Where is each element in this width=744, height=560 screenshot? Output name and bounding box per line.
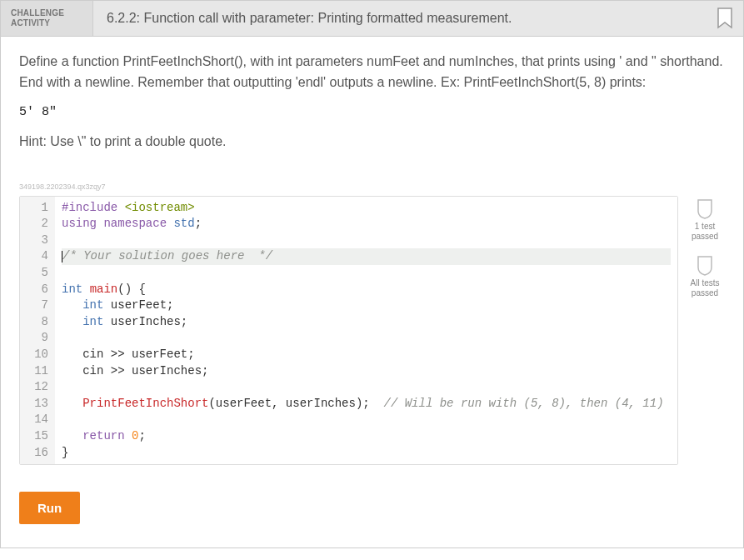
- header-title: 6.2.2: Function call with parameter: Pri…: [93, 1, 708, 36]
- all-tests-label: All tests passed: [690, 278, 719, 299]
- badge-column: 1 test passed All tests passed: [685, 196, 725, 299]
- header-badge: CHALLENGE ACTIVITY: [1, 1, 93, 36]
- header: CHALLENGE ACTIVITY 6.2.2: Function call …: [1, 1, 743, 37]
- content-body: Define a function PrintFeetInchShort(), …: [1, 37, 743, 473]
- code-editor[interactable]: 12345678910111213141516 #include <iostre…: [19, 196, 678, 466]
- bookmark-button[interactable]: [708, 1, 743, 36]
- editor-row: 12345678910111213141516 #include <iostre…: [19, 196, 725, 466]
- line-number-gutter: 12345678910111213141516: [20, 197, 55, 465]
- one-test-label: 1 test passed: [692, 222, 718, 242]
- challenge-activity-container: CHALLENGE ACTIVITY 6.2.2: Function call …: [0, 0, 744, 548]
- header-badge-line2: ACTIVITY: [11, 18, 82, 29]
- header-badge-line1: CHALLENGE: [11, 8, 82, 19]
- watermark-id: 349198.2202394.qx3zqy7: [19, 182, 725, 191]
- run-button[interactable]: Run: [19, 492, 80, 524]
- code-area[interactable]: #include <iostream>using namespace std;/…: [55, 197, 677, 465]
- all-tests-passed-badge: All tests passed: [685, 256, 725, 299]
- shield-icon: [697, 256, 713, 276]
- hint-text: Hint: Use \" to print a double quote.: [19, 134, 725, 149]
- one-test-passed-badge: 1 test passed: [685, 199, 725, 242]
- footer: Run: [1, 473, 743, 548]
- bookmark-icon: [717, 8, 733, 29]
- shield-icon: [697, 199, 713, 219]
- instructions-text: Define a function PrintFeetInchShort(), …: [19, 52, 725, 93]
- example-output: 5' 8": [19, 105, 725, 119]
